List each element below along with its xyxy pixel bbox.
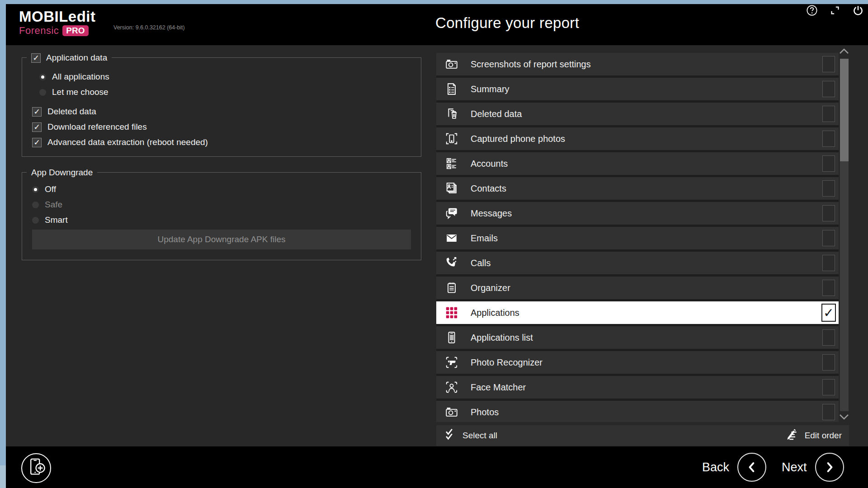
list-footer-bar: Select all Edit order	[436, 425, 849, 446]
report-item-row[interactable]: Applications list	[436, 326, 839, 349]
report-item-row[interactable]: Photo Recognizer	[436, 351, 839, 374]
scroll-up-icon[interactable]	[838, 46, 850, 57]
radio-dot	[32, 217, 39, 224]
messages-icon	[444, 206, 459, 221]
report-item-checkbox[interactable]	[822, 205, 835, 221]
report-item-checkbox[interactable]	[822, 379, 835, 395]
checkbox-advanced-data-extraction[interactable]: ✓ Advanced data extraction (reboot neede…	[32, 136, 208, 148]
radio-smart[interactable]: Smart	[32, 214, 68, 226]
emails-icon	[444, 231, 459, 245]
report-item-checkbox[interactable]	[822, 155, 835, 172]
radio-label: Smart	[45, 215, 68, 225]
report-item-checkbox[interactable]: ✓	[821, 304, 836, 322]
back-label: Back	[702, 460, 729, 474]
report-item-label: Photo Recognizer	[471, 357, 542, 368]
window-border-left	[0, 4, 6, 465]
report-item-checkbox[interactable]	[822, 131, 835, 147]
report-item-checkbox[interactable]	[822, 230, 835, 246]
report-item-row[interactable]: Accounts	[436, 152, 839, 175]
report-item-checkbox[interactable]	[822, 81, 835, 97]
checkbox-deleted-data[interactable]: ✓ Deleted data	[32, 106, 96, 117]
accounts-icon	[444, 156, 459, 171]
radio-all-applications[interactable]: All applications	[39, 71, 109, 83]
radio-label: Let me choose	[52, 87, 108, 97]
calls-icon	[444, 256, 459, 270]
application-data-label: Application data	[46, 53, 107, 63]
report-item-checkbox[interactable]	[822, 354, 835, 371]
select-all-button[interactable]: Select all	[443, 428, 497, 444]
report-item-checkbox[interactable]	[822, 280, 835, 296]
checkbox-label: Download referenced files	[47, 122, 147, 132]
checkbox-box: ✓	[32, 138, 42, 147]
application-data-legend[interactable]: ✓ Application data	[27, 52, 112, 64]
logo-mobiledit: MOBILedit	[19, 9, 95, 24]
radio-label: All applications	[52, 72, 109, 82]
next-button[interactable]: Next	[782, 453, 844, 482]
report-item-label: Organizer	[471, 283, 510, 293]
photos-icon	[444, 405, 459, 419]
radio-dot	[39, 89, 46, 96]
app-downgrade-legend: App Downgrade	[27, 166, 97, 179]
report-item-row[interactable]: Face Matcher	[436, 376, 839, 399]
checkbox-label: Deleted data	[47, 107, 96, 117]
report-item-row[interactable]: Messages	[436, 202, 839, 225]
radio-dot	[32, 186, 39, 193]
logo-pro-badge: PRO	[62, 25, 88, 36]
report-item-row[interactable]: Emails	[436, 227, 839, 249]
next-label: Next	[782, 460, 807, 474]
scrollbar-thumb[interactable]	[840, 59, 849, 161]
report-item-checkbox[interactable]	[822, 56, 835, 72]
report-item-row[interactable]: Applications✓	[436, 301, 839, 324]
select-all-label: Select all	[462, 431, 497, 441]
report-item-label: Messages	[471, 208, 512, 219]
edit-order-button[interactable]: Edit order	[786, 428, 842, 443]
report-item-label: Face Matcher	[471, 382, 526, 393]
report-item-checkbox[interactable]	[822, 255, 835, 271]
report-item-label: Emails	[471, 233, 498, 244]
report-item-row[interactable]: Organizer	[436, 277, 839, 299]
version-text: Version: 9.6.0.32162 (64-bit)	[113, 24, 185, 31]
edit-order-icon	[786, 428, 798, 443]
report-item-label: Applications list	[471, 333, 533, 343]
report-item-label: Applications	[471, 308, 519, 318]
radio-safe: Safe	[32, 199, 62, 211]
report-item-label: Screenshots of report settings	[471, 59, 591, 70]
report-item-label: Accounts	[471, 159, 508, 169]
report-item-row[interactable]: Contacts	[436, 177, 839, 200]
report-item-checkbox[interactable]	[822, 329, 835, 346]
contacts-icon	[444, 181, 459, 196]
restore-window-icon[interactable]	[829, 5, 841, 16]
app-logo: MOBILedit Forensic PRO	[19, 9, 95, 36]
applications-list-icon	[444, 330, 459, 345]
connect-phone-button[interactable]	[21, 453, 51, 483]
report-item-row[interactable]: Captured phone photos	[436, 127, 839, 150]
report-item-checkbox[interactable]	[822, 180, 835, 197]
scroll-down-icon[interactable]	[838, 411, 850, 422]
checkbox-box: ✓	[32, 122, 42, 132]
mobiledit-window: MOBILedit Forensic PRO Version: 9.6.0.32…	[0, 0, 868, 488]
report-item-label: Contacts	[471, 183, 506, 194]
radio-let-me-choose[interactable]: Let me choose	[39, 86, 108, 98]
next-circle	[815, 453, 844, 482]
report-item-row[interactable]: Calls	[436, 252, 839, 274]
report-item-checkbox[interactable]	[822, 404, 835, 420]
captured-phone-photos-icon	[444, 131, 459, 146]
logo-forensic: Forensic	[19, 26, 59, 36]
report-item-row[interactable]: Summary	[436, 78, 839, 100]
organizer-icon	[444, 281, 459, 295]
power-icon[interactable]	[852, 5, 864, 16]
back-button[interactable]: Back	[702, 453, 766, 482]
logo-forensic-line: Forensic PRO	[19, 25, 95, 36]
report-item-checkbox[interactable]	[822, 106, 835, 122]
application-data-checkbox[interactable]: ✓	[31, 53, 41, 63]
report-item-row[interactable]: Photos	[436, 401, 839, 422]
checkbox-download-referenced-files[interactable]: ✓ Download referenced files	[32, 121, 147, 133]
application-data-group: ✓ Application data All applications Let …	[22, 57, 421, 157]
main-content: ✓ Application data All applications Let …	[6, 45, 868, 446]
radio-off[interactable]: Off	[32, 183, 56, 195]
report-item-label: Calls	[471, 258, 491, 268]
report-item-row[interactable]: Screenshots of report settings	[436, 53, 839, 75]
report-item-row[interactable]: Deleted data	[436, 103, 839, 125]
app-downgrade-label: App Downgrade	[31, 168, 93, 178]
help-icon[interactable]	[806, 5, 818, 16]
